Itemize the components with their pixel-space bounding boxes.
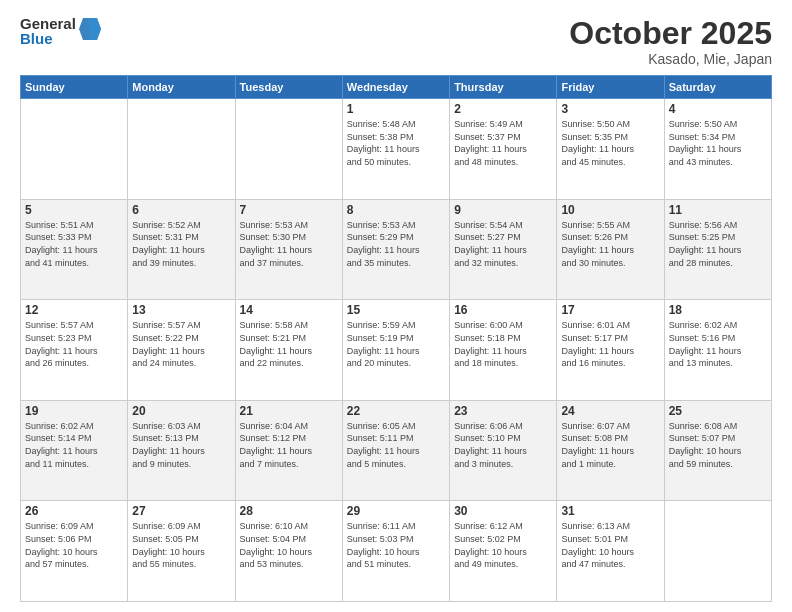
calendar-day-cell: 27Sunrise: 6:09 AM Sunset: 5:05 PM Dayli… [128, 501, 235, 602]
day-info: Sunrise: 6:10 AM Sunset: 5:04 PM Dayligh… [240, 520, 338, 570]
day-number: 10 [561, 203, 659, 217]
day-info: Sunrise: 5:57 AM Sunset: 5:22 PM Dayligh… [132, 319, 230, 369]
calendar-day-cell: 3Sunrise: 5:50 AM Sunset: 5:35 PM Daylig… [557, 99, 664, 200]
calendar-week-row: 19Sunrise: 6:02 AM Sunset: 5:14 PM Dayli… [21, 400, 772, 501]
day-number: 27 [132, 504, 230, 518]
day-number: 9 [454, 203, 552, 217]
day-info: Sunrise: 5:55 AM Sunset: 5:26 PM Dayligh… [561, 219, 659, 269]
day-number: 26 [25, 504, 123, 518]
day-number: 6 [132, 203, 230, 217]
calendar-day-cell: 12Sunrise: 5:57 AM Sunset: 5:23 PM Dayli… [21, 300, 128, 401]
calendar-day-cell: 15Sunrise: 5:59 AM Sunset: 5:19 PM Dayli… [342, 300, 449, 401]
calendar-day-cell: 31Sunrise: 6:13 AM Sunset: 5:01 PM Dayli… [557, 501, 664, 602]
calendar-day-header: Monday [128, 76, 235, 99]
day-info: Sunrise: 5:48 AM Sunset: 5:38 PM Dayligh… [347, 118, 445, 168]
calendar-day-cell: 1Sunrise: 5:48 AM Sunset: 5:38 PM Daylig… [342, 99, 449, 200]
logo-icon [79, 16, 101, 42]
day-info: Sunrise: 5:54 AM Sunset: 5:27 PM Dayligh… [454, 219, 552, 269]
calendar-day-cell: 13Sunrise: 5:57 AM Sunset: 5:22 PM Dayli… [128, 300, 235, 401]
calendar-day-cell: 23Sunrise: 6:06 AM Sunset: 5:10 PM Dayli… [450, 400, 557, 501]
calendar-day-cell: 2Sunrise: 5:49 AM Sunset: 5:37 PM Daylig… [450, 99, 557, 200]
calendar-day-cell: 7Sunrise: 5:53 AM Sunset: 5:30 PM Daylig… [235, 199, 342, 300]
calendar-day-header: Wednesday [342, 76, 449, 99]
calendar-day-cell: 5Sunrise: 5:51 AM Sunset: 5:33 PM Daylig… [21, 199, 128, 300]
day-info: Sunrise: 6:00 AM Sunset: 5:18 PM Dayligh… [454, 319, 552, 369]
calendar-day-cell: 10Sunrise: 5:55 AM Sunset: 5:26 PM Dayli… [557, 199, 664, 300]
calendar-day-cell: 19Sunrise: 6:02 AM Sunset: 5:14 PM Dayli… [21, 400, 128, 501]
day-number: 22 [347, 404, 445, 418]
day-info: Sunrise: 6:09 AM Sunset: 5:06 PM Dayligh… [25, 520, 123, 570]
logo-area: General Blue [20, 16, 101, 46]
calendar-day-cell: 18Sunrise: 6:02 AM Sunset: 5:16 PM Dayli… [664, 300, 771, 401]
day-info: Sunrise: 6:12 AM Sunset: 5:02 PM Dayligh… [454, 520, 552, 570]
day-info: Sunrise: 6:09 AM Sunset: 5:05 PM Dayligh… [132, 520, 230, 570]
calendar-day-cell [128, 99, 235, 200]
day-info: Sunrise: 5:56 AM Sunset: 5:25 PM Dayligh… [669, 219, 767, 269]
day-number: 21 [240, 404, 338, 418]
day-info: Sunrise: 6:01 AM Sunset: 5:17 PM Dayligh… [561, 319, 659, 369]
calendar-day-cell: 9Sunrise: 5:54 AM Sunset: 5:27 PM Daylig… [450, 199, 557, 300]
calendar-day-cell: 6Sunrise: 5:52 AM Sunset: 5:31 PM Daylig… [128, 199, 235, 300]
day-number: 3 [561, 102, 659, 116]
calendar-table: SundayMondayTuesdayWednesdayThursdayFrid… [20, 75, 772, 602]
calendar-day-cell [664, 501, 771, 602]
calendar-day-cell: 24Sunrise: 6:07 AM Sunset: 5:08 PM Dayli… [557, 400, 664, 501]
day-number: 24 [561, 404, 659, 418]
day-info: Sunrise: 5:50 AM Sunset: 5:35 PM Dayligh… [561, 118, 659, 168]
calendar-day-cell: 16Sunrise: 6:00 AM Sunset: 5:18 PM Dayli… [450, 300, 557, 401]
day-number: 16 [454, 303, 552, 317]
calendar-week-row: 12Sunrise: 5:57 AM Sunset: 5:23 PM Dayli… [21, 300, 772, 401]
calendar-day-cell: 30Sunrise: 6:12 AM Sunset: 5:02 PM Dayli… [450, 501, 557, 602]
logo-blue: Blue [20, 31, 76, 46]
day-number: 23 [454, 404, 552, 418]
calendar-day-header: Saturday [664, 76, 771, 99]
day-info: Sunrise: 6:02 AM Sunset: 5:16 PM Dayligh… [669, 319, 767, 369]
day-info: Sunrise: 5:52 AM Sunset: 5:31 PM Dayligh… [132, 219, 230, 269]
day-number: 30 [454, 504, 552, 518]
day-info: Sunrise: 6:08 AM Sunset: 5:07 PM Dayligh… [669, 420, 767, 470]
logo-text: General Blue [20, 16, 76, 46]
day-info: Sunrise: 6:13 AM Sunset: 5:01 PM Dayligh… [561, 520, 659, 570]
day-number: 8 [347, 203, 445, 217]
calendar-day-cell: 22Sunrise: 6:05 AM Sunset: 5:11 PM Dayli… [342, 400, 449, 501]
day-number: 17 [561, 303, 659, 317]
calendar-day-cell: 20Sunrise: 6:03 AM Sunset: 5:13 PM Dayli… [128, 400, 235, 501]
calendar-week-row: 5Sunrise: 5:51 AM Sunset: 5:33 PM Daylig… [21, 199, 772, 300]
logo-general: General [20, 16, 76, 31]
location: Kasado, Mie, Japan [569, 51, 772, 67]
calendar-day-cell: 4Sunrise: 5:50 AM Sunset: 5:34 PM Daylig… [664, 99, 771, 200]
day-info: Sunrise: 5:53 AM Sunset: 5:30 PM Dayligh… [240, 219, 338, 269]
calendar-header-row: SundayMondayTuesdayWednesdayThursdayFrid… [21, 76, 772, 99]
day-number: 13 [132, 303, 230, 317]
calendar-day-cell: 8Sunrise: 5:53 AM Sunset: 5:29 PM Daylig… [342, 199, 449, 300]
day-info: Sunrise: 5:49 AM Sunset: 5:37 PM Dayligh… [454, 118, 552, 168]
calendar-day-cell: 26Sunrise: 6:09 AM Sunset: 5:06 PM Dayli… [21, 501, 128, 602]
day-number: 31 [561, 504, 659, 518]
header: General Blue October 2025 Kasado, Mie, J… [20, 16, 772, 67]
page: General Blue October 2025 Kasado, Mie, J… [0, 0, 792, 612]
day-info: Sunrise: 5:58 AM Sunset: 5:21 PM Dayligh… [240, 319, 338, 369]
day-number: 12 [25, 303, 123, 317]
day-info: Sunrise: 6:07 AM Sunset: 5:08 PM Dayligh… [561, 420, 659, 470]
calendar-day-header: Sunday [21, 76, 128, 99]
title-area: October 2025 Kasado, Mie, Japan [569, 16, 772, 67]
day-number: 4 [669, 102, 767, 116]
day-info: Sunrise: 6:11 AM Sunset: 5:03 PM Dayligh… [347, 520, 445, 570]
day-info: Sunrise: 6:02 AM Sunset: 5:14 PM Dayligh… [25, 420, 123, 470]
calendar-day-cell [21, 99, 128, 200]
calendar-day-cell: 21Sunrise: 6:04 AM Sunset: 5:12 PM Dayli… [235, 400, 342, 501]
day-info: Sunrise: 5:57 AM Sunset: 5:23 PM Dayligh… [25, 319, 123, 369]
day-info: Sunrise: 5:51 AM Sunset: 5:33 PM Dayligh… [25, 219, 123, 269]
svg-marker-1 [89, 18, 101, 40]
day-number: 15 [347, 303, 445, 317]
day-info: Sunrise: 6:06 AM Sunset: 5:10 PM Dayligh… [454, 420, 552, 470]
day-number: 25 [669, 404, 767, 418]
day-info: Sunrise: 5:50 AM Sunset: 5:34 PM Dayligh… [669, 118, 767, 168]
calendar-day-cell: 25Sunrise: 6:08 AM Sunset: 5:07 PM Dayli… [664, 400, 771, 501]
calendar-day-header: Thursday [450, 76, 557, 99]
calendar-day-cell: 11Sunrise: 5:56 AM Sunset: 5:25 PM Dayli… [664, 199, 771, 300]
day-info: Sunrise: 5:59 AM Sunset: 5:19 PM Dayligh… [347, 319, 445, 369]
day-number: 19 [25, 404, 123, 418]
day-number: 1 [347, 102, 445, 116]
day-number: 28 [240, 504, 338, 518]
